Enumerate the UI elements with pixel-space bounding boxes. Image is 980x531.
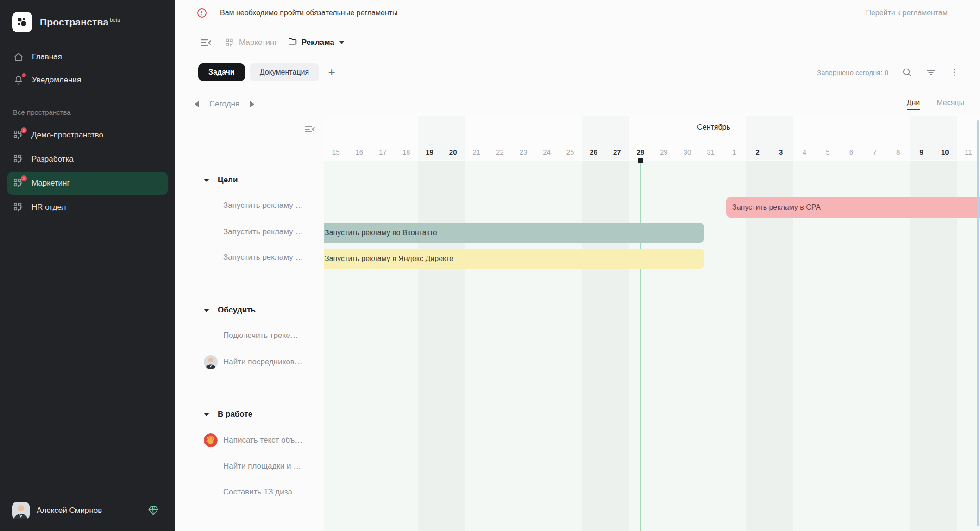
gantt-bar[interactable]: Запустить рекламу в CPA (726, 197, 980, 218)
task-row[interactable]: Запустить рекламу … (175, 198, 324, 213)
task-row[interactable]: Запустить рекламу … (175, 250, 324, 265)
sidebar-item-notifications[interactable]: Уведомления (7, 69, 168, 92)
sidebar-space-3[interactable]: HR отдел (7, 196, 168, 219)
sidebar-item-label: Уведомления (32, 75, 81, 85)
sidebar-space-0[interactable]: !Демо-пространство (7, 124, 168, 147)
view-toggle-months[interactable]: Месяцы (936, 99, 964, 110)
day-column-20 (441, 161, 465, 531)
day-header-6: 6 (840, 116, 863, 160)
tab-tasks[interactable]: Задачи (198, 63, 245, 81)
gem-icon[interactable] (147, 505, 159, 517)
next-arrow-icon[interactable] (250, 100, 254, 108)
main-content: Вам необходимо пройти обязательные регла… (175, 0, 980, 531)
caret-down-icon[interactable] (339, 41, 344, 44)
day-column-23 (512, 161, 535, 531)
day-column-18 (395, 161, 418, 531)
space-icon (13, 154, 24, 165)
day-column-19 (418, 161, 441, 531)
task-label: Запустить рекламу … (223, 253, 303, 262)
task-label: Подключить треке… (223, 331, 298, 340)
alert-circle-icon (196, 7, 207, 19)
day-column-29 (652, 161, 676, 531)
day-header-26: 26 (582, 116, 605, 160)
search-icon[interactable] (901, 67, 912, 78)
task-row[interactable]: Подключить треке… (175, 328, 324, 344)
task-row[interactable]: Найти площадки и … (175, 458, 324, 474)
view-toggle-days[interactable]: Дни (907, 99, 920, 110)
sidebar-space-1[interactable]: Разработка (7, 148, 168, 171)
avatar (12, 502, 30, 519)
banner-link[interactable]: Перейти к регламентам (866, 9, 948, 17)
gantt-view: ЦелиЗапустить рекламу …Запустить рекламу… (175, 116, 980, 531)
task-list-panel: ЦелиЗапустить рекламу …Запустить рекламу… (175, 116, 324, 531)
collapse-panel-icon[interactable] (200, 37, 212, 49)
day-column-17 (371, 161, 395, 531)
space-icon: ! (13, 178, 24, 189)
group-row: Обсудить (175, 302, 324, 318)
task-row[interactable]: Запустить рекламу … (175, 224, 324, 240)
breadcrumb-space[interactable]: Маркетинг (225, 38, 277, 48)
tab-docs[interactable]: Документация (250, 63, 319, 81)
day-column-27 (605, 161, 629, 531)
gantt-bar[interactable]: Запустить рекламу во Вконтакте (324, 223, 704, 243)
gantt-bar[interactable]: Запустить рекламу в Яндекс Директе (324, 249, 704, 269)
today-marker[interactable] (638, 158, 643, 163)
group-collapse-caret-icon[interactable] (204, 309, 209, 312)
spaces-list: !Демо-пространствоРазработка!МаркетингHR… (7, 124, 168, 219)
app-window: Пространстваbeta Главная (0, 0, 980, 531)
folder-icon (288, 37, 297, 49)
task-row[interactable]: Составить ТЗ диза… (175, 484, 324, 500)
day-header-7: 7 (863, 116, 886, 160)
task-label: Найти посредников… (223, 357, 302, 367)
banner-text: Вам необходимо пройти обязательные регла… (220, 9, 398, 17)
group-row: Цели (175, 172, 324, 188)
task-row[interactable]: Найти посредников… (175, 354, 324, 370)
month-label: Сентябрь (697, 123, 730, 131)
group-row: В работе (175, 406, 324, 422)
day-column-30 (676, 161, 699, 531)
day-header-8: 8 (886, 116, 910, 160)
task-label: Написать текст объ… (223, 436, 302, 445)
today-line (640, 161, 641, 531)
day-header-17: 17 (371, 116, 395, 160)
filter-icon[interactable] (925, 67, 936, 78)
day-header-5: 5 (816, 116, 840, 160)
spaces-section-label: Все пространства (7, 108, 168, 116)
kebab-menu-icon[interactable] (949, 67, 960, 77)
breadcrumb: Маркетинг Реклама (175, 32, 980, 53)
prev-arrow-icon[interactable] (195, 100, 199, 108)
space-label: Разработка (31, 155, 74, 164)
sidebar-item-home[interactable]: Главная (7, 45, 168, 69)
breadcrumb-folder[interactable]: Реклама (288, 37, 344, 49)
task-row[interactable]: Написать текст объ… (175, 432, 324, 448)
breadcrumb-space-label: Маркетинг (239, 38, 277, 47)
day-header-2: 2 (746, 116, 769, 160)
day-header-29: 29 (652, 116, 676, 160)
timeline-chart: Сентябрь 1516171819202122232425262728293… (324, 116, 980, 531)
day-header-21: 21 (465, 116, 488, 160)
vertical-scrollbar[interactable] (977, 120, 979, 526)
day-column-25 (559, 161, 582, 531)
user-profile[interactable]: Алексей Смирнов (7, 500, 168, 522)
app-logo: Пространстваbeta (7, 11, 168, 33)
tabs-bar: Задачи Документация + Завершено сегодня:… (175, 59, 980, 85)
group-collapse-caret-icon[interactable] (204, 413, 209, 416)
today-button[interactable]: Сегодня (209, 100, 239, 109)
day-column-15 (324, 161, 348, 531)
group-collapse-caret-icon[interactable] (204, 179, 209, 182)
avatar (204, 355, 218, 369)
day-column-21 (465, 161, 488, 531)
day-header-30: 30 (676, 116, 699, 160)
space-label: Маркетинг (31, 179, 70, 188)
day-header-25: 25 (559, 116, 582, 160)
plus-icon[interactable]: + (324, 64, 339, 80)
sidebar-space-2[interactable]: !Маркетинг (7, 172, 168, 195)
task-label: Запустить рекламу … (223, 201, 303, 210)
group-title: Цели (218, 175, 238, 185)
collapse-panel-icon[interactable] (304, 123, 316, 135)
day-header-19: 19 (418, 116, 441, 160)
space-icon (13, 202, 24, 213)
home-icon (13, 51, 24, 62)
unread-badge: ! (21, 175, 27, 181)
sidebar-item-label: Главная (32, 52, 62, 62)
